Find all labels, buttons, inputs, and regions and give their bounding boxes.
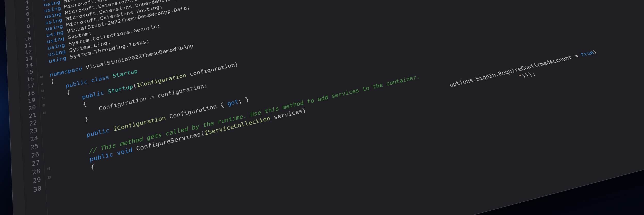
- vs-window: FileEditViewGitProjectDebugTestAnalyzeTo…: [3, 0, 644, 215]
- code-editor[interactable]: 1234567891011121314151617181920212223242…: [14, 0, 644, 215]
- code-text[interactable]: using Microsoft.AspNetCore.Builder;using…: [37, 0, 644, 215]
